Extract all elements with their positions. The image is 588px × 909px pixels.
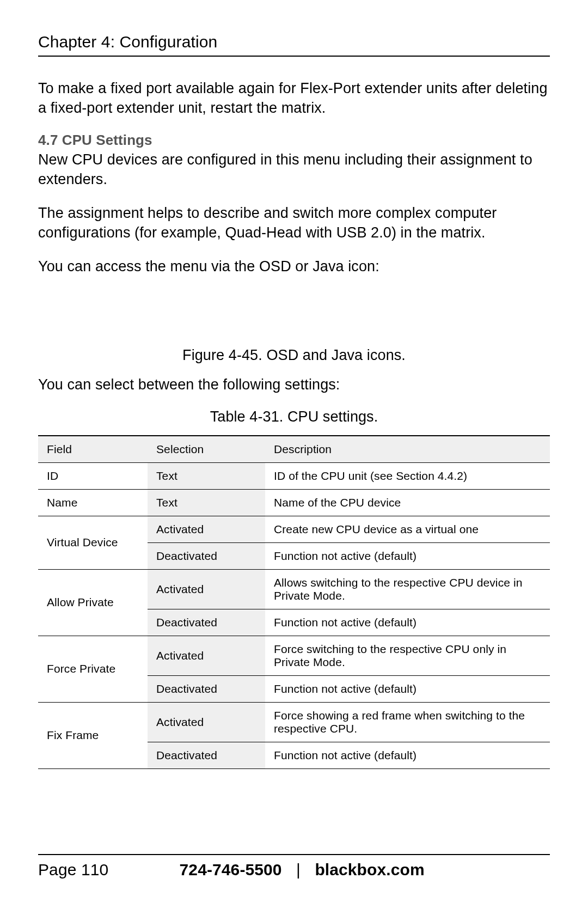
col-selection: Selection: [148, 436, 265, 463]
paragraph: You can access the menu via the OSD or J…: [38, 257, 550, 276]
col-field: Field: [38, 436, 148, 463]
page-number: Page 110: [38, 861, 108, 879]
paragraph: You can select between the following set…: [38, 375, 550, 394]
cell-field: Force Private: [38, 636, 148, 702]
section-heading-cpu-settings: 4.7 CPU Settings: [38, 132, 550, 149]
figure-caption: Figure 4-45. OSD and Java icons.: [38, 347, 550, 364]
table-caption: Table 4-31. CPU settings.: [38, 408, 550, 425]
cell-selection: Activated: [148, 636, 265, 675]
table-row: ID Text ID of the CPU unit (see Section …: [38, 462, 550, 489]
cell-field: Allow Private: [38, 569, 148, 636]
cell-description: Function not active (default): [265, 609, 550, 636]
cell-field: Name: [38, 489, 148, 516]
cell-selection: Text: [148, 462, 265, 489]
chapter-title: Chapter 4: Configuration: [38, 33, 550, 57]
cell-selection: Activated: [148, 516, 265, 542]
cell-selection: Deactivated: [148, 609, 265, 636]
cell-description: Force showing a red frame when switching…: [265, 702, 550, 742]
col-description: Description: [265, 436, 550, 463]
cell-description: ID of the CPU unit (see Section 4.4.2): [265, 462, 550, 489]
cell-description: Function not active (default): [265, 675, 550, 702]
cell-description: Function not active (default): [265, 742, 550, 768]
cell-field: ID: [38, 462, 148, 489]
cell-field: Virtual Device: [38, 516, 148, 569]
paragraph: The assignment helps to describe and swi…: [38, 203, 550, 243]
table-row: Virtual Device Activated Create new CPU …: [38, 516, 550, 542]
cell-selection: Text: [148, 489, 265, 516]
document-page: Chapter 4: Configuration To make a fixed…: [0, 0, 588, 909]
cpu-settings-table: Field Selection Description ID Text ID o…: [38, 435, 550, 769]
cell-selection: Deactivated: [148, 742, 265, 768]
footer-site: blackbox.com: [315, 861, 424, 879]
page-footer: Page 110 724-746-5500 | blackbox.com: [38, 854, 550, 879]
intro-paragraph: To make a fixed port available again for…: [38, 78, 550, 118]
cell-selection: Activated: [148, 569, 265, 609]
cell-description: Create new CPU device as a virtual one: [265, 516, 550, 542]
paragraph: New CPU devices are configured in this m…: [38, 150, 550, 190]
cell-selection: Activated: [148, 702, 265, 742]
table-row: Fix Frame Activated Force showing a red …: [38, 702, 550, 742]
cell-description: Function not active (default): [265, 542, 550, 569]
cell-selection: Deactivated: [148, 542, 265, 569]
footer-contact: 724-746-5500 | blackbox.com: [108, 861, 550, 879]
cell-field: Fix Frame: [38, 702, 148, 768]
cell-selection: Deactivated: [148, 675, 265, 702]
table-header-row: Field Selection Description: [38, 436, 550, 463]
cell-description: Force switching to the respective CPU on…: [265, 636, 550, 675]
footer-phone: 724-746-5500: [180, 861, 282, 879]
footer-separator: |: [286, 861, 310, 879]
cell-description: Allows switching to the respective CPU d…: [265, 569, 550, 609]
table-row: Allow Private Activated Allows switching…: [38, 569, 550, 609]
table-row: Name Text Name of the CPU device: [38, 489, 550, 516]
cell-description: Name of the CPU device: [265, 489, 550, 516]
table-row: Force Private Activated Force switching …: [38, 636, 550, 675]
